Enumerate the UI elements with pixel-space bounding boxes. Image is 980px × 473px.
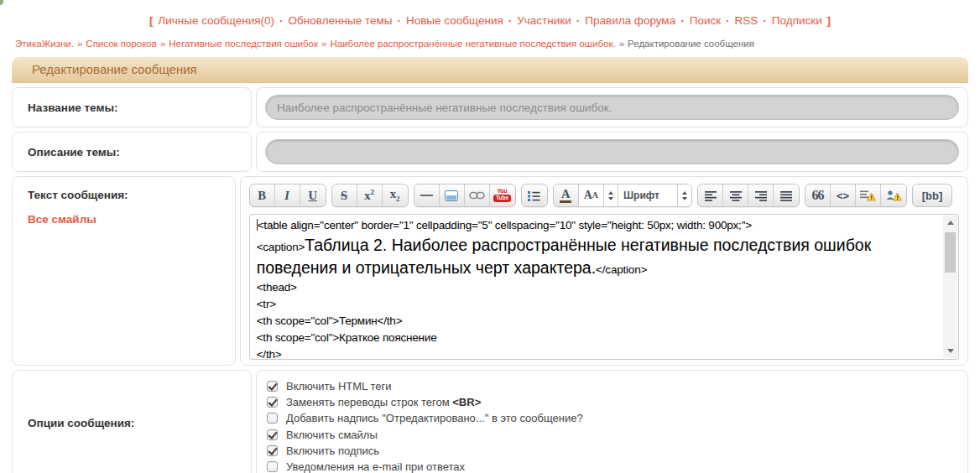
topic-title-input[interactable]	[265, 95, 959, 120]
breadcrumb-link[interactable]: Негативные последствия ошибок	[169, 39, 318, 49]
nav-separator: ·	[397, 14, 401, 27]
editor-toolbar: B I U S x2 x2	[241, 177, 967, 211]
breadcrumb-link[interactable]: ЭтикаЖизни.	[15, 39, 74, 49]
quote-button[interactable]: 66	[805, 185, 831, 206]
font-family-select[interactable]: Шрифт	[618, 185, 691, 206]
font-size-icon: AA	[579, 185, 603, 206]
insert-image-button[interactable]	[440, 185, 465, 206]
unordered-list-icon	[528, 190, 540, 201]
message-text-label: Текст сообщения:	[28, 189, 220, 201]
page-title: Редактирование сообщения	[12, 57, 197, 82]
top-nav-link[interactable]: RSS	[735, 14, 758, 27]
option-label: Включить HTML теги	[286, 380, 392, 392]
scrollbar-thumb[interactable]	[945, 232, 956, 273]
font-color-icon: A	[560, 188, 571, 204]
strikethrough-button[interactable]: S	[332, 185, 357, 206]
scroll-down-arrow[interactable]	[943, 344, 957, 358]
font-size-stepper[interactable]	[603, 185, 618, 206]
option-row: Уведомления на e-mail при ответах	[267, 459, 967, 473]
italic-button[interactable]: I	[275, 185, 300, 206]
option-checkbox[interactable]	[267, 445, 278, 456]
nav-separator: ·	[680, 14, 685, 27]
horizontal-rule-icon	[420, 195, 433, 196]
image-icon	[445, 190, 458, 201]
bb-code-button[interactable]: [bb]	[912, 184, 952, 207]
align-right-button[interactable]	[748, 185, 774, 206]
youtube-button[interactable]: YouTube	[490, 185, 515, 206]
breadcrumb: ЭтикаЖизни.»Список пороков»Негативные по…	[15, 39, 980, 49]
font-family-value: Шрифт	[623, 190, 672, 201]
unordered-list-button[interactable]	[522, 185, 547, 206]
message-options-label: Опции сообщения:	[28, 417, 134, 429]
option-checkbox[interactable]	[267, 381, 278, 392]
all-smilies-link[interactable]: Все смайлы	[28, 213, 96, 226]
page-header: Редактирование сообщения	[12, 57, 968, 83]
option-row: Включить смайлы	[267, 427, 967, 443]
top-nav-link[interactable]: Личные сообщения(0)	[158, 14, 274, 27]
font-size-select[interactable]: AA	[579, 185, 618, 206]
font-color-button[interactable]: A	[554, 185, 579, 206]
horizontal-rule-button[interactable]	[414, 185, 440, 206]
row-topic-title: Название темы:	[12, 87, 968, 127]
top-nav-link[interactable]: Участники	[517, 14, 571, 27]
breadcrumb-link[interactable]: Список пороков	[86, 39, 157, 49]
top-nav-link[interactable]: Подписки	[772, 14, 822, 27]
row-message-text: Текст сообщения: Все смайлы B I U S x2 x…	[12, 176, 968, 366]
row-topic-description: Описание темы:	[12, 132, 968, 172]
smilies-warning-button[interactable]	[881, 185, 906, 206]
option-checkbox[interactable]	[267, 461, 278, 472]
bold-button[interactable]: B	[250, 185, 275, 206]
nav-close-bracket: ]	[826, 14, 831, 27]
editor-content[interactable]: <table align="center" border="1" cellpad…	[250, 215, 958, 360]
option-label: Добавить надпись "Отредактировано..." в …	[286, 412, 583, 424]
topic-description-label-card: Описание темы:	[12, 132, 252, 172]
message-editor-card: B I U S x2 x2	[240, 176, 968, 366]
subscript-button[interactable]: x2	[383, 185, 408, 206]
editor-scrollbar[interactable]	[943, 216, 957, 358]
font-family-stepper[interactable]	[677, 185, 691, 206]
topic-title-card	[256, 87, 968, 127]
option-checkbox[interactable]	[267, 397, 278, 408]
insert-link-button[interactable]	[465, 185, 490, 206]
nav-open-bracket: [	[149, 14, 154, 27]
align-left-button[interactable]	[698, 185, 723, 206]
nav-separator: ·	[279, 14, 284, 27]
nav-separator: ·	[508, 14, 513, 27]
option-label: Заменять переводы строк тегом <BR>	[286, 396, 481, 408]
editor-segment: <th scope="col">Термин</th>	[257, 314, 403, 327]
top-nav-link[interactable]: Новые сообщения	[406, 14, 503, 27]
translit-button[interactable]	[856, 185, 881, 206]
editor-segment: </th>	[257, 348, 282, 360]
superscript-button[interactable]: x2	[357, 185, 383, 206]
translit-warning-icon	[860, 190, 876, 201]
scroll-up-arrow[interactable]	[943, 216, 957, 230]
message-editor[interactable]: <table align="center" border="1" cellpad…	[249, 214, 959, 360]
option-label: Включить смайлы	[286, 429, 378, 441]
top-nav-link[interactable]: Поиск	[690, 14, 721, 27]
nav-separator: ·	[763, 14, 767, 27]
breadcrumb-separator: »	[160, 39, 165, 49]
align-center-button[interactable]	[723, 185, 748, 206]
code-icon: <>	[837, 190, 849, 202]
breadcrumb-separator: »	[619, 39, 624, 49]
breadcrumb-link[interactable]: Наиболее распространённые негативные пос…	[330, 39, 615, 49]
align-justify-button[interactable]	[774, 185, 799, 206]
message-options-label-card: Опции сообщения:	[12, 370, 252, 473]
top-nav: [ Личные сообщения(0)·Обновленные темы·Н…	[0, 0, 980, 27]
top-nav-link[interactable]: Обновленные темы	[289, 14, 393, 27]
quote-icon: 66	[812, 188, 824, 203]
topic-description-label: Описание темы:	[28, 146, 120, 159]
code-button[interactable]: <>	[831, 185, 856, 206]
nav-separator: ·	[726, 14, 730, 27]
topic-title-label-card: Название темы:	[12, 87, 252, 127]
underline-button[interactable]: U	[300, 185, 326, 206]
option-checkbox[interactable]	[267, 429, 278, 440]
topic-description-input[interactable]	[265, 139, 959, 164]
option-checkbox[interactable]	[267, 413, 278, 424]
message-options-card: Включить HTML тегиЗаменять переводы стро…	[256, 370, 968, 473]
editor-segment: <table align="center" border="1" cellpad…	[258, 219, 752, 231]
row-message-options: Опции сообщения: Включить HTML тегиЗамен…	[12, 370, 968, 473]
editor-segment: <tr>	[257, 298, 276, 310]
top-nav-link[interactable]: Правила форума	[585, 14, 675, 27]
link-icon	[469, 191, 485, 200]
